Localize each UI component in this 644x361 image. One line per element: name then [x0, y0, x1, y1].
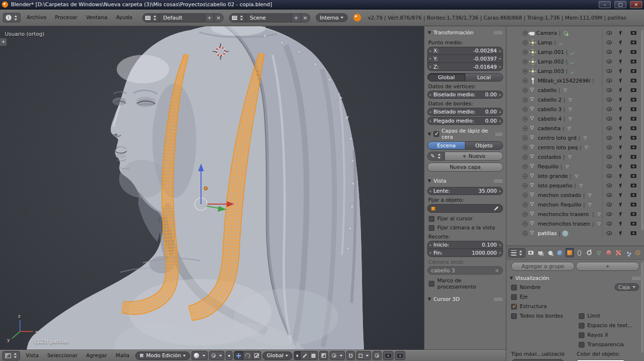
visibility-eye-icon[interactable] — [606, 98, 612, 102]
rotate-manipulator-button[interactable] — [243, 351, 252, 360]
expand-icon[interactable]: + — [523, 116, 528, 122]
visibility-eye-icon[interactable] — [606, 69, 612, 73]
outliner-row[interactable]: + mechon flequillo | — [506, 200, 644, 209]
expand-icon[interactable]: + — [523, 193, 528, 198]
expand-icon[interactable]: + — [523, 174, 528, 179]
tab-physics[interactable] — [634, 248, 642, 258]
outliner-row[interactable]: + flequillo | — [506, 162, 644, 171]
visibility-eye-icon[interactable] — [606, 231, 612, 235]
object-name[interactable]: loto grande — [538, 173, 568, 179]
tab-constraints[interactable] — [575, 248, 584, 258]
object-name[interactable]: cabello — [538, 87, 556, 93]
grease-new-button[interactable]: + Nuevo — [444, 152, 503, 161]
selectability-cursor-icon[interactable] — [619, 40, 623, 45]
outliner-row[interactable]: + cadenita | — [506, 124, 644, 133]
grease-object-button[interactable]: Objeto — [465, 141, 503, 150]
tab-render[interactable] — [526, 248, 535, 258]
expand-icon[interactable]: + — [523, 212, 528, 217]
renderability-camera-icon[interactable] — [631, 69, 636, 73]
opengl-render-image-button[interactable] — [383, 351, 393, 360]
editor-type-properties-button[interactable] — [508, 248, 525, 258]
outliner-scrollbar[interactable] — [641, 30, 644, 230]
object-name[interactable]: mechoncitos trasero — [538, 221, 590, 227]
median-y-field[interactable]: Y: -0.00397 — [427, 55, 503, 63]
expand-icon[interactable]: + — [523, 135, 528, 141]
object-name[interactable]: cabello 2 — [538, 97, 562, 103]
viewport-canvas[interactable] — [0, 26, 424, 350]
outliner-row[interactable]: + centro loto grd | — [506, 133, 644, 143]
menu-item[interactable]: Procesar — [50, 10, 81, 26]
tab-world[interactable] — [555, 248, 564, 258]
renderability-camera-icon[interactable] — [631, 165, 636, 168]
menu-item[interactable]: Ventana — [81, 10, 111, 26]
properties-scrollbar[interactable] — [641, 262, 644, 353]
expand-icon[interactable]: + — [523, 145, 528, 150]
outliner-row[interactable]: + Lamp.002 | — [506, 57, 644, 66]
selectability-cursor-icon[interactable] — [619, 231, 623, 236]
display-checkbox[interactable]: Rayos X — [579, 332, 641, 338]
renderability-camera-icon[interactable] — [631, 212, 636, 216]
display-checkbox[interactable]: Estructura — [511, 303, 577, 309]
collapse-triangle-icon[interactable]: ▼ — [510, 276, 513, 280]
outliner-row[interactable]: + mechoncito trasero 2 | — [506, 209, 644, 219]
outliner-row[interactable]: + cabello | — [506, 85, 644, 95]
object-name[interactable]: Lamp — [538, 40, 553, 46]
scene-name-field[interactable]: Scene — [246, 13, 292, 22]
snap-toggle-button[interactable]: Ω — [346, 351, 355, 360]
object-name[interactable]: centro loto grd — [538, 135, 576, 141]
local-camera-field[interactable]: cabello 3 × — [427, 266, 503, 275]
object-name[interactable]: costados — [538, 154, 561, 160]
lock-cursor-checkbox[interactable]: Fijar al cursor — [429, 216, 502, 222]
expand-icon[interactable]: + — [523, 231, 528, 236]
outliner-row[interactable]: + centro loto peq | — [506, 143, 644, 152]
minimize-button[interactable]: – — [599, 1, 611, 8]
outliner-row[interactable]: + Lamp.001 | — [506, 47, 644, 57]
editor-type-3dview-button[interactable] — [2, 351, 20, 361]
renderability-camera-icon[interactable] — [631, 155, 636, 159]
visibility-eye-icon[interactable] — [606, 107, 612, 111]
visibility-eye-icon[interactable] — [606, 117, 612, 121]
limit-to-visible-button[interactable] — [319, 351, 328, 360]
edge-bevel-slider[interactable]: Biselado medio: 0.00 — [427, 108, 503, 116]
renderability-camera-icon[interactable] — [631, 231, 636, 235]
selectability-cursor-icon[interactable] — [619, 116, 623, 121]
object-name[interactable]: patillas — [538, 230, 557, 237]
renderability-camera-icon[interactable] — [631, 60, 636, 63]
tab-object[interactable] — [565, 248, 574, 258]
renderability-camera-icon[interactable] — [631, 222, 636, 226]
scene-browse-button[interactable] — [229, 13, 246, 22]
selectability-cursor-icon[interactable] — [619, 69, 623, 73]
selectability-cursor-icon[interactable] — [619, 50, 623, 54]
visibility-eye-icon[interactable] — [606, 126, 612, 130]
tab-particles[interactable] — [624, 248, 632, 258]
selectability-cursor-icon[interactable] — [619, 174, 623, 178]
tab-data[interactable]: ▽ — [594, 248, 603, 258]
expand-icon[interactable]: + — [523, 50, 528, 55]
renderability-camera-icon[interactable] — [631, 184, 636, 187]
tab-texture[interactable] — [614, 248, 623, 258]
clip-start-field[interactable]: Inicio: 0.100 — [427, 241, 503, 249]
expand-icon[interactable]: + — [523, 164, 528, 169]
outliner-row[interactable]: + Camera | — [506, 28, 644, 38]
toolshelf-open-tab[interactable]: + — [0, 38, 7, 46]
add-to-group-button[interactable]: Agregar a grupo — [511, 262, 574, 271]
renderability-camera-icon[interactable] — [631, 126, 636, 130]
panel-grip-icon[interactable] — [495, 133, 503, 136]
snap-element-button[interactable] — [356, 351, 371, 360]
renderability-camera-icon[interactable] — [631, 98, 636, 102]
selectability-cursor-icon[interactable] — [619, 155, 623, 159]
renderability-camera-icon[interactable] — [631, 31, 636, 35]
layout-add-button[interactable]: + — [205, 13, 214, 22]
median-z-field[interactable]: Z: -0.01649 — [427, 63, 503, 71]
panel-grip-icon[interactable] — [494, 31, 503, 34]
object-name[interactable]: flequillo — [538, 164, 559, 170]
collapse-triangle-icon[interactable]: ▼ — [428, 30, 431, 35]
outliner-row[interactable]: + loto grande | — [506, 171, 644, 181]
tab-material[interactable] — [604, 248, 613, 258]
pivot-align-toggle[interactable] — [226, 351, 232, 360]
renderability-camera-icon[interactable] — [631, 193, 636, 197]
menu-item[interactable]: Malla — [111, 350, 134, 361]
selectability-cursor-icon[interactable] — [619, 183, 623, 188]
global-space-button[interactable]: Global — [427, 73, 465, 82]
outliner-row[interactable]: + Lamp.003 | — [506, 66, 644, 76]
